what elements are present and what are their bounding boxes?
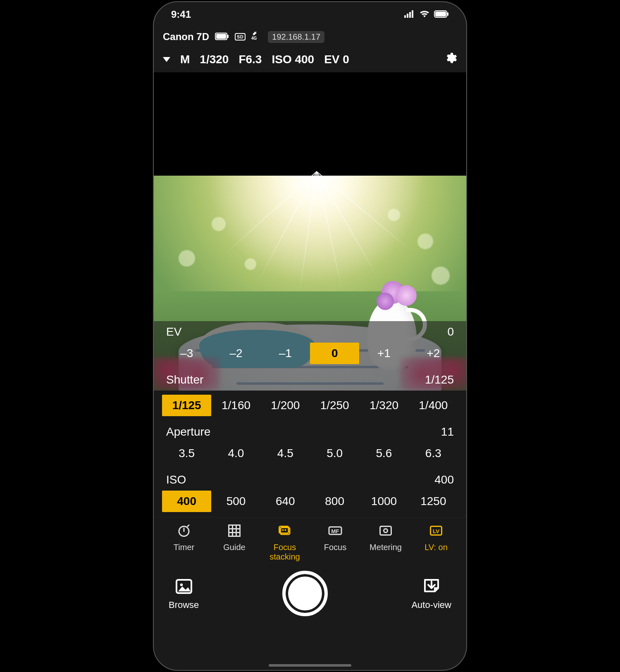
aperture-scale[interactable]: 3.54.04.55.05.66.3 bbox=[154, 440, 466, 469]
cellular-icon bbox=[404, 9, 415, 20]
wifi-icon bbox=[419, 9, 430, 20]
iso-option[interactable]: 640 bbox=[261, 491, 310, 512]
aperture-option[interactable]: 4.5 bbox=[261, 443, 310, 464]
controls-panel: 1/1251/1601/2001/2501/3201/400 Aperture … bbox=[154, 391, 466, 626]
iso-option[interactable]: 500 bbox=[211, 491, 260, 512]
camera-model: Canon 7D bbox=[163, 31, 209, 43]
aperture-option[interactable]: 3.5 bbox=[162, 443, 211, 464]
battery-icon bbox=[434, 9, 449, 20]
svg-rect-5 bbox=[435, 12, 446, 17]
browse-button[interactable]: Browse bbox=[169, 577, 199, 610]
shutter-option[interactable]: 1/250 bbox=[310, 395, 359, 416]
tool-focus-stacking[interactable]: Focus stacking bbox=[260, 523, 310, 562]
aperture-label: Aperture bbox=[166, 425, 210, 438]
aperture-value: 11 bbox=[441, 425, 454, 438]
focus-stacking-icon bbox=[277, 523, 292, 540]
tool-metering[interactable]: Metering bbox=[360, 523, 411, 562]
mf-icon: MF bbox=[328, 523, 343, 540]
aperture-control: Aperture 11 3.54.04.55.05.66.3 bbox=[154, 421, 466, 469]
status-bar: 9:41 bbox=[154, 2, 466, 27]
auto-view-label: Auto-view bbox=[411, 600, 451, 610]
iso-scale[interactable]: 40050064080010001250 bbox=[154, 488, 466, 517]
shutter-option[interactable]: 1/125 bbox=[162, 395, 211, 416]
live-view[interactable]: EV 0 –3–2–10+1+2 Shutter 1/125 bbox=[154, 72, 466, 391]
tool-row: TimerGuideFocus stackingMFFocusMeteringL… bbox=[154, 517, 466, 563]
live-view-overlay-panel: EV 0 –3–2–10+1+2 Shutter 1/125 bbox=[154, 321, 466, 391]
tool-label: LV: on bbox=[424, 543, 448, 552]
svg-text:MF: MF bbox=[331, 528, 339, 534]
tool-label: Guide bbox=[223, 543, 245, 552]
svg-rect-8 bbox=[216, 34, 226, 39]
tool-label: Timer bbox=[174, 543, 194, 552]
svg-rect-0 bbox=[404, 15, 406, 18]
tool-guide[interactable]: Guide bbox=[209, 523, 260, 562]
tool-label: Focus stacking bbox=[269, 543, 300, 562]
svg-rect-12 bbox=[229, 525, 240, 536]
iso-value: 400 bbox=[434, 473, 454, 486]
exposure-aperture[interactable]: F6.3 bbox=[238, 53, 262, 66]
exposure-iso[interactable]: ISO 400 bbox=[272, 53, 314, 66]
exposure-mode[interactable]: M bbox=[180, 53, 190, 66]
svg-rect-19 bbox=[380, 527, 391, 535]
svg-point-24 bbox=[180, 584, 182, 586]
exposure-shutter[interactable]: 1/320 bbox=[200, 53, 229, 66]
shutter-control-scale-wrap: 1/1251/1601/2001/2501/3201/400 bbox=[154, 392, 466, 421]
grid-icon bbox=[227, 523, 242, 540]
tool-lv[interactable]: LVLV: on bbox=[411, 523, 461, 562]
status-time: 9:41 bbox=[171, 9, 191, 20]
dropdown-chevron-icon[interactable] bbox=[163, 57, 170, 62]
tool-focus[interactable]: MFFocus bbox=[310, 523, 360, 562]
ev-option[interactable]: –3 bbox=[162, 343, 211, 364]
shutter-option[interactable]: 1/400 bbox=[409, 395, 458, 416]
shutter-control: Shutter 1/125 bbox=[154, 369, 466, 388]
svg-text:LV: LV bbox=[433, 528, 439, 534]
metering-icon bbox=[378, 523, 393, 540]
settings-gear-icon[interactable] bbox=[444, 52, 457, 68]
browse-label: Browse bbox=[169, 600, 199, 610]
ev-option[interactable]: +1 bbox=[359, 343, 408, 364]
aperture-option[interactable]: 6.3 bbox=[409, 443, 458, 464]
ev-option[interactable]: 0 bbox=[310, 343, 359, 364]
ev-option[interactable]: –2 bbox=[211, 343, 260, 364]
auto-view-button[interactable]: Auto-view bbox=[411, 577, 451, 610]
network-4g-icon: 4G bbox=[251, 31, 262, 43]
phone-frame: 9:41 Canon 7D SD 4G 192.168.1.17 M 1/320 bbox=[153, 1, 467, 671]
iso-control: ISO 400 40050064080010001250 bbox=[154, 469, 466, 517]
iso-option[interactable]: 800 bbox=[310, 491, 359, 512]
shutter-value: 1/125 bbox=[425, 373, 454, 386]
svg-rect-9 bbox=[227, 35, 229, 38]
ev-option[interactable]: –1 bbox=[261, 343, 310, 364]
shutter-option[interactable]: 1/160 bbox=[211, 395, 260, 416]
shutter-option[interactable]: 1/200 bbox=[261, 395, 310, 416]
shutter-label: Shutter bbox=[166, 373, 203, 386]
iso-option[interactable]: 400 bbox=[162, 491, 211, 512]
svg-rect-1 bbox=[407, 14, 408, 18]
shutter-option[interactable]: 1/320 bbox=[359, 395, 408, 416]
tool-label: Metering bbox=[370, 543, 402, 552]
home-indicator[interactable] bbox=[269, 664, 351, 667]
ip-address-chip[interactable]: 192.168.1.17 bbox=[268, 31, 324, 43]
iso-option[interactable]: 1250 bbox=[409, 491, 458, 512]
bottom-bar: Browse Auto-view bbox=[154, 563, 466, 626]
aperture-option[interactable]: 4.0 bbox=[211, 443, 260, 464]
exposure-summary-bar: M 1/320 F6.3 ISO 400 EV 0 bbox=[154, 47, 466, 72]
shutter-button[interactable] bbox=[282, 571, 328, 616]
tool-timer[interactable]: Timer bbox=[159, 523, 209, 562]
timer-icon bbox=[176, 523, 191, 540]
svg-rect-2 bbox=[409, 12, 411, 18]
tool-label: Focus bbox=[324, 543, 346, 552]
sd-card-icon: SD bbox=[235, 33, 246, 41]
svg-point-20 bbox=[384, 529, 388, 533]
ev-value: 0 bbox=[447, 325, 454, 338]
ev-scale[interactable]: –3–2–10+1+2 bbox=[154, 340, 466, 369]
exposure-ev[interactable]: EV 0 bbox=[324, 53, 349, 66]
camera-battery-icon bbox=[215, 31, 229, 43]
shutter-scale[interactable]: 1/1251/1601/2001/2501/3201/400 bbox=[154, 392, 466, 421]
iso-option[interactable]: 1000 bbox=[359, 491, 408, 512]
svg-point-15 bbox=[282, 529, 284, 531]
ev-control: EV 0 –3–2–10+1+2 bbox=[154, 321, 466, 369]
aperture-option[interactable]: 5.0 bbox=[310, 443, 359, 464]
svg-point-16 bbox=[284, 529, 286, 531]
aperture-option[interactable]: 5.6 bbox=[359, 443, 408, 464]
ev-option[interactable]: +2 bbox=[409, 343, 458, 364]
